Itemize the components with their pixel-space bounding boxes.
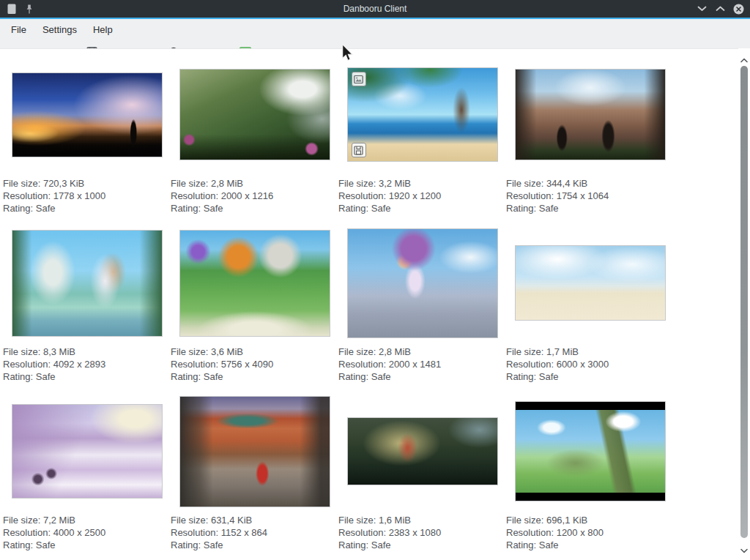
- post-caption: File size: 696,1 KiB Resolution: 1200 x …: [506, 514, 674, 551]
- post-item: File size: 1,6 MiB Resolution: 2383 x 10…: [338, 395, 506, 551]
- thumbnail-box: [3, 395, 171, 508]
- scrollbar[interactable]: [738, 48, 750, 560]
- maximize-button[interactable]: [714, 3, 726, 15]
- menu-settings[interactable]: Settings: [34, 20, 85, 39]
- thumbnail-box: [506, 395, 674, 508]
- rating-label: Rating: Safe: [3, 539, 171, 551]
- file-size-label: File size: 8,3 MiB: [3, 346, 171, 358]
- file-size-label: File size: 3,2 MiB: [338, 177, 506, 190]
- post-item: File size: 720,3 KiB Resolution: 1778 x …: [3, 58, 171, 214]
- view-image-button[interactable]: [352, 72, 366, 86]
- post-item: File size: 7,2 MiB Resolution: 4000 x 25…: [3, 395, 171, 551]
- rating-label: Rating: Safe: [3, 202, 171, 214]
- thumbnail-box: [506, 58, 674, 171]
- danbooru-client-window: { "window": { "title": "Danbooru Client"…: [0, 0, 750, 560]
- post-thumbnail[interactable]: [515, 69, 666, 160]
- resolution-label: Resolution: 5756 x 4090: [171, 358, 338, 370]
- post-caption: File size: 8,3 MiB Resolution: 4092 x 28…: [3, 346, 171, 383]
- post-thumbnail[interactable]: [347, 228, 498, 338]
- thumbnail-box: [338, 58, 506, 171]
- window-title: Danbooru Client: [0, 4, 750, 14]
- file-size-label: File size: 3,6 MiB: [171, 346, 338, 358]
- post-caption: File size: 344,4 KiB Resolution: 1754 x …: [506, 177, 674, 214]
- post-item: File size: 3,6 MiB Resolution: 5756 x 40…: [171, 226, 338, 383]
- file-size-label: File size: 696,1 KiB: [506, 514, 674, 526]
- rating-label: Rating: Safe: [171, 202, 338, 214]
- resolution-label: Resolution: 2000 x 1481: [338, 358, 506, 370]
- rating-label: Rating: Safe: [506, 370, 674, 383]
- resolution-label: Resolution: 4092 x 2893: [3, 358, 171, 370]
- scrollbar-thumb[interactable]: [740, 66, 748, 538]
- post-thumbnail[interactable]: [347, 67, 498, 162]
- resolution-label: Resolution: 6000 x 3000: [506, 358, 674, 370]
- thumbnail-box: [171, 226, 338, 340]
- post-caption: File size: 2,8 MiB Resolution: 2000 x 14…: [338, 346, 506, 383]
- file-size-label: File size: 344,4 KiB: [506, 177, 674, 190]
- resolution-label: Resolution: 1778 x 1000: [3, 190, 171, 202]
- post-caption: File size: 3,6 MiB Resolution: 5756 x 40…: [171, 346, 338, 383]
- post-thumbnail[interactable]: [515, 245, 666, 321]
- post-caption: File size: 3,2 MiB Resolution: 1920 x 12…: [338, 177, 506, 214]
- file-size-label: File size: 1,6 MiB: [338, 514, 506, 526]
- file-size-label: File size: 2,8 MiB: [171, 177, 338, 190]
- file-size-label: File size: 720,3 KiB: [3, 177, 171, 190]
- pin-icon[interactable]: [23, 3, 35, 15]
- post-thumbnail[interactable]: [347, 417, 498, 485]
- titlebar-left-icons: [0, 3, 35, 15]
- post-item: File size: 3,2 MiB Resolution: 1920 x 12…: [338, 58, 506, 214]
- post-thumbnail[interactable]: [179, 396, 330, 507]
- scroll-up-arrow[interactable]: [740, 53, 748, 66]
- menu-file[interactable]: File: [3, 20, 34, 39]
- post-thumbnail[interactable]: [12, 404, 163, 499]
- resolution-label: Resolution: 1754 x 1064: [506, 190, 674, 202]
- menu-help[interactable]: Help: [85, 20, 121, 39]
- resolution-label: Resolution: 1152 x 864: [171, 526, 338, 539]
- rating-label: Rating: Safe: [171, 539, 338, 551]
- thumbnail-box: [338, 395, 506, 508]
- post-caption: File size: 2,8 MiB Resolution: 2000 x 12…: [171, 177, 338, 214]
- post-caption: File size: 1,6 MiB Resolution: 2383 x 10…: [338, 514, 506, 551]
- post-thumbnail[interactable]: [12, 230, 163, 337]
- thumbnail-box: [506, 226, 674, 340]
- minimize-button[interactable]: [696, 3, 708, 15]
- resolution-label: Resolution: 4000 x 2500: [3, 526, 171, 539]
- post-item: File size: 8,3 MiB Resolution: 4092 x 28…: [3, 226, 171, 383]
- post-item: File size: 696,1 KiB Resolution: 1200 x …: [506, 395, 674, 551]
- posts-view: File size: 720,3 KiB Resolution: 1778 x …: [0, 48, 750, 560]
- thumbnail-box: [171, 58, 338, 171]
- resolution-label: Resolution: 2000 x 1216: [171, 190, 338, 202]
- post-thumbnail[interactable]: [179, 230, 330, 337]
- resolution-label: Resolution: 1920 x 1200: [338, 190, 506, 202]
- menubar: File Settings Help: [0, 19, 750, 40]
- post-thumbnail[interactable]: [515, 401, 666, 501]
- rating-label: Rating: Safe: [338, 370, 506, 383]
- thumbnail-box: [338, 226, 506, 340]
- thumbnail-box: [3, 226, 171, 340]
- post-caption: File size: 720,3 KiB Resolution: 1778 x …: [3, 177, 171, 214]
- post-item: File size: 2,8 MiB Resolution: 2000 x 14…: [338, 226, 506, 383]
- file-size-label: File size: 2,8 MiB: [338, 346, 506, 358]
- file-size-label: File size: 631,4 KiB: [171, 514, 338, 526]
- post-thumbnail[interactable]: [12, 72, 163, 157]
- post-thumbnail[interactable]: [179, 69, 330, 160]
- window-note-icon: [6, 3, 18, 15]
- post-item: File size: 1,7 MiB Resolution: 6000 x 30…: [506, 226, 674, 383]
- posts-grid: File size: 720,3 KiB Resolution: 1778 x …: [0, 49, 750, 551]
- file-size-label: File size: 7,2 MiB: [3, 514, 171, 526]
- resolution-label: Resolution: 1200 x 800: [506, 526, 674, 539]
- rating-label: Rating: Safe: [3, 370, 171, 383]
- titlebar[interactable]: Danbooru Client: [0, 0, 750, 18]
- thumbnail-box: [3, 58, 171, 171]
- window-controls: [696, 3, 750, 15]
- rating-label: Rating: Safe: [338, 202, 506, 214]
- save-image-button[interactable]: [352, 143, 366, 157]
- rating-label: Rating: Safe: [506, 202, 674, 214]
- post-item: File size: 344,4 KiB Resolution: 1754 x …: [506, 58, 674, 214]
- close-button[interactable]: [732, 3, 744, 15]
- rating-label: Rating: Safe: [506, 539, 674, 551]
- post-caption: File size: 7,2 MiB Resolution: 4000 x 25…: [3, 514, 171, 551]
- post-caption: File size: 1,7 MiB Resolution: 6000 x 30…: [506, 346, 674, 383]
- rating-label: Rating: Safe: [171, 370, 338, 383]
- rating-label: Rating: Safe: [338, 539, 506, 551]
- scroll-down-arrow[interactable]: [740, 543, 748, 556]
